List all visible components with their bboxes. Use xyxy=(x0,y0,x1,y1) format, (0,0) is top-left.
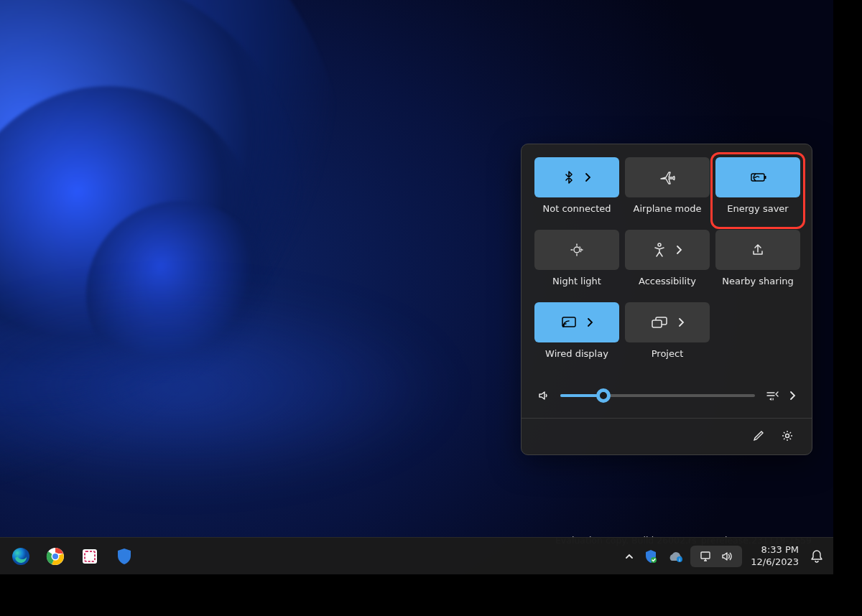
tile-cast-label: Wired display xyxy=(545,348,608,359)
tray-security-icon[interactable] xyxy=(641,549,660,564)
chevron-right-icon[interactable] xyxy=(789,391,796,401)
tile-project-wrap: Project xyxy=(625,302,710,369)
tile-airplane-label: Airplane mode xyxy=(634,203,702,214)
taskbar-snip-icon[interactable] xyxy=(75,541,105,571)
tile-nearby-wrap: Nearby sharing xyxy=(715,230,800,297)
tile-accessibility[interactable] xyxy=(625,230,710,270)
audio-output-icon[interactable] xyxy=(765,389,779,402)
chevron-right-icon xyxy=(676,245,682,255)
svg-point-3 xyxy=(574,247,580,253)
tile-nearby-sharing[interactable] xyxy=(715,230,800,270)
taskbar-edge-icon[interactable] xyxy=(6,541,36,571)
tile-energy-saver[interactable] xyxy=(715,157,800,197)
tile-accessibility-label: Accessibility xyxy=(639,276,696,286)
svg-rect-5 xyxy=(562,317,575,327)
system-tray-network-volume[interactable] xyxy=(690,546,742,567)
volume-slider[interactable] xyxy=(560,394,755,397)
tile-bluetooth-label: Not connected xyxy=(543,203,611,214)
quick-settings-footer xyxy=(534,421,799,446)
tile-airplane-wrap: Airplane mode xyxy=(625,157,710,224)
tile-cast-wrap: Wired display xyxy=(534,302,619,369)
tile-project-label: Project xyxy=(652,348,683,359)
taskbar-clock[interactable]: 8:33 PM 12/6/2023 xyxy=(746,544,803,568)
tray-onedrive-icon[interactable]: i xyxy=(664,551,686,562)
svg-point-2 xyxy=(754,177,756,178)
svg-point-13 xyxy=(52,554,58,559)
nearby-sharing-icon xyxy=(751,243,765,257)
chevron-right-icon xyxy=(585,172,591,182)
quick-settings-tiles: Not connected Airplane mode Energy xyxy=(534,157,799,369)
bluetooth-icon xyxy=(563,170,575,185)
svg-point-6 xyxy=(563,325,565,327)
edit-quick-settings-button[interactable] xyxy=(751,429,766,443)
tray-overflow-button[interactable] xyxy=(621,551,637,561)
divider xyxy=(522,418,812,419)
tile-project[interactable] xyxy=(625,302,710,342)
tile-bluetooth[interactable] xyxy=(534,157,619,197)
tile-accessibility-wrap: Accessibility xyxy=(625,230,710,297)
airplane-icon xyxy=(659,170,675,185)
tile-nearby-label: Nearby sharing xyxy=(722,276,794,286)
settings-button[interactable] xyxy=(780,429,794,443)
speaker-low-icon[interactable] xyxy=(537,389,550,402)
desktop: Not connected Airplane mode Energy xyxy=(0,0,833,574)
svg-rect-8 xyxy=(652,320,662,327)
svg-rect-19 xyxy=(701,552,710,559)
clock-time: 8:33 PM xyxy=(751,544,799,556)
clock-date: 12/6/2023 xyxy=(751,556,799,568)
chevron-right-icon xyxy=(587,317,593,327)
cast-icon xyxy=(561,316,577,329)
taskbar-security-icon[interactable] xyxy=(109,541,139,571)
notifications-button[interactable] xyxy=(807,549,826,564)
chevron-right-icon xyxy=(678,317,685,327)
energy-saver-icon xyxy=(749,171,767,184)
tile-cast[interactable] xyxy=(534,302,619,342)
svg-point-4 xyxy=(658,243,661,246)
quick-settings-panel: Not connected Airplane mode Energy xyxy=(521,144,812,455)
taskbar: i 8:33 PM 12/6/2023 xyxy=(0,537,833,574)
speaker-icon xyxy=(720,550,733,563)
tile-nightlight-label: Night light xyxy=(552,276,601,286)
svg-point-9 xyxy=(786,434,789,438)
taskbar-system-tray: i 8:33 PM 12/6/2023 xyxy=(621,544,826,568)
accessibility-icon xyxy=(653,243,666,257)
tile-night-light[interactable] xyxy=(534,230,619,270)
tile-bluetooth-wrap: Not connected xyxy=(534,157,619,224)
tile-energy-label: Energy saver xyxy=(727,203,788,214)
tile-energy-highlight: Energy saver xyxy=(710,152,805,229)
taskbar-pinned-apps xyxy=(6,541,139,571)
volume-row xyxy=(534,369,799,415)
svg-rect-1 xyxy=(764,176,766,179)
project-icon xyxy=(651,316,668,329)
tile-airplane[interactable] xyxy=(625,157,710,197)
taskbar-chrome-icon[interactable] xyxy=(40,541,70,571)
network-icon xyxy=(699,550,712,563)
tile-nightlight-wrap: Night light xyxy=(534,230,619,297)
night-light-icon xyxy=(570,243,584,257)
